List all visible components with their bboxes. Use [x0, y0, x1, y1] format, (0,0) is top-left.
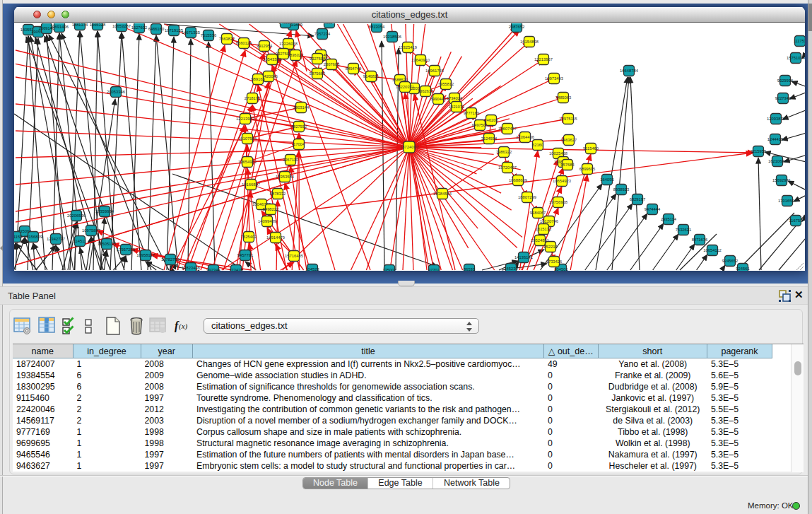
- svg-text:8938923: 8938923: [613, 187, 630, 192]
- svg-text:140228: 140228: [278, 23, 292, 25]
- svg-text:16107554: 16107554: [238, 136, 257, 141]
- svg-text:9146821: 9146821: [363, 74, 379, 78]
- svg-text:1881374: 1881374: [72, 23, 88, 27]
- svg-text:16210643: 16210643: [768, 159, 787, 163]
- svg-text:16961755: 16961755: [425, 69, 444, 73]
- svg-text:391157: 391157: [14, 235, 22, 239]
- svg-text:62160: 62160: [532, 143, 543, 147]
- svg-text:6497508: 6497508: [472, 123, 488, 127]
- svg-text:2367608: 2367608: [324, 62, 340, 66]
- svg-text:17016504: 17016504: [778, 199, 797, 203]
- svg-text:252214: 252214: [543, 245, 558, 249]
- svg-text:9227343: 9227343: [775, 96, 792, 100]
- svg-text:4827552: 4827552: [291, 124, 307, 129]
- svg-text:20206536: 20206536: [67, 214, 86, 218]
- svg-text:12823446: 12823446: [182, 266, 200, 270]
- svg-text:10653287: 10653287: [112, 24, 131, 28]
- svg-text:10958117: 10958117: [136, 253, 154, 257]
- svg-text:10719155: 10719155: [165, 28, 183, 33]
- svg-text:104523: 104523: [305, 267, 319, 271]
- svg-text:9245652: 9245652: [722, 259, 739, 263]
- svg-text:97702: 97702: [428, 268, 440, 271]
- svg-text:3267110: 3267110: [283, 158, 298, 162]
- svg-text:10973493: 10973493: [545, 76, 563, 81]
- svg-text:1527602: 1527602: [131, 25, 148, 30]
- svg-text:1244415: 1244415: [767, 137, 784, 141]
- svg-text:145230: 145230: [504, 267, 517, 271]
- svg-text:16782759: 16782759: [161, 257, 180, 262]
- svg-text:10025458: 10025458: [549, 151, 567, 156]
- svg-text:924561: 924561: [736, 267, 749, 271]
- svg-text:12213963: 12213963: [236, 117, 254, 121]
- svg-text:12156829: 12156829: [24, 235, 42, 239]
- svg-text:14914479: 14914479: [266, 235, 285, 240]
- svg-text:18724007: 18724007: [400, 145, 419, 149]
- svg-text:135001: 135001: [382, 268, 396, 271]
- svg-text:19654952: 19654952: [238, 160, 257, 164]
- svg-text:1065328: 1065328: [90, 23, 106, 27]
- svg-text:6734024: 6734024: [447, 96, 463, 100]
- svg-text:8660124: 8660124: [236, 41, 252, 45]
- svg-text:7632621: 7632621: [676, 228, 692, 232]
- svg-text:13325419: 13325419: [399, 45, 417, 49]
- svg-text:8990443: 8990443: [430, 97, 447, 101]
- svg-text:12213967: 12213967: [534, 57, 553, 62]
- svg-text:17957255: 17957255: [117, 247, 135, 252]
- svg-text:14136141: 14136141: [514, 255, 533, 259]
- svg-text:111753: 111753: [794, 39, 805, 43]
- svg-text:2087652: 2087652: [509, 25, 525, 29]
- svg-text:9115460: 9115460: [583, 146, 599, 151]
- svg-text:12093872: 12093872: [767, 117, 785, 121]
- svg-text:15751074: 15751074: [787, 56, 805, 60]
- svg-text:7955812: 7955812: [438, 82, 454, 86]
- svg-text:5498222: 5498222: [263, 207, 279, 211]
- svg-text:3215955: 3215955: [751, 149, 767, 153]
- svg-text:13640910: 13640910: [411, 58, 430, 62]
- svg-text:992344: 992344: [206, 268, 220, 271]
- svg-text:18807299: 18807299: [518, 195, 536, 199]
- svg-text:10975887: 10975887: [82, 228, 100, 233]
- svg-text:8878332: 8878332: [270, 192, 286, 196]
- svg-text:19654923: 19654923: [553, 179, 571, 183]
- svg-text:7515536: 7515536: [201, 33, 217, 37]
- svg-text:86530: 86530: [464, 267, 475, 271]
- svg-text:19166827: 19166827: [242, 182, 260, 187]
- svg-text:14099489: 14099489: [258, 219, 276, 223]
- svg-text:1621072: 1621072: [449, 105, 465, 109]
- svg-text:9463627: 9463627: [561, 138, 577, 142]
- svg-text:204501: 204501: [554, 267, 567, 271]
- svg-text:19756928: 19756928: [549, 200, 567, 204]
- svg-text:12975115: 12975115: [559, 117, 577, 121]
- svg-text:7663822: 7663822: [219, 37, 235, 41]
- svg-text:7357234: 7357234: [314, 32, 331, 36]
- svg-text:21364436: 21364436: [516, 135, 534, 139]
- svg-text:17004: 17004: [293, 142, 305, 146]
- svg-text:989165: 989165: [251, 77, 264, 81]
- svg-text:2718179: 2718179: [245, 96, 261, 100]
- svg-text:(x): (x): [179, 322, 188, 331]
- svg-text:19384554: 19384554: [433, 192, 452, 196]
- svg-text:1733426: 1733426: [546, 259, 563, 264]
- svg-text:1615132: 1615132: [536, 227, 552, 231]
- svg-text:10607487: 10607487: [498, 127, 517, 131]
- svg-text:16120746: 16120746: [540, 219, 558, 223]
- svg-text:10688609: 10688609: [509, 178, 527, 182]
- svg-text:114511: 114511: [73, 239, 86, 243]
- svg-text:16648784: 16648784: [620, 69, 639, 73]
- svg-text:17359934: 17359934: [95, 209, 114, 214]
- svg-text:15716485: 15716485: [285, 254, 303, 258]
- svg-text:13353584: 13353584: [276, 175, 295, 179]
- svg-text:15692971: 15692971: [772, 178, 791, 182]
- svg-text:6899695: 6899695: [579, 167, 596, 171]
- svg-text:7986322: 7986322: [496, 150, 512, 154]
- svg-text:7485063: 7485063: [555, 95, 572, 100]
- svg-text:8454749: 8454749: [346, 66, 362, 71]
- svg-text:20691406: 20691406: [50, 25, 69, 29]
- svg-text:9327508: 9327508: [310, 57, 326, 61]
- svg-text:164095: 164095: [600, 177, 613, 182]
- svg-text:8813054: 8813054: [369, 25, 385, 29]
- svg-text:6829197: 6829197: [630, 197, 646, 201]
- svg-text:773426: 773426: [229, 268, 242, 271]
- svg-text:10654112: 10654112: [703, 248, 721, 252]
- svg-text:957684: 957684: [560, 163, 575, 167]
